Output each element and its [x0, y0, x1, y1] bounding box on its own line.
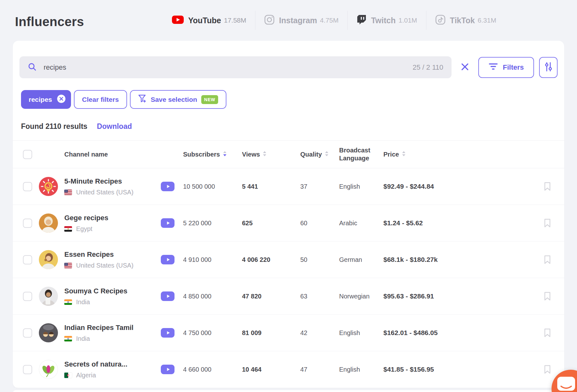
search-result-counter: 25 / 2 110	[413, 63, 443, 72]
quality-value: 42	[300, 329, 339, 337]
tab-youtube[interactable]: YouTube 17.58M	[172, 16, 246, 25]
filter-chip-label: recipes	[29, 96, 52, 103]
filter-lines-icon	[488, 63, 498, 72]
row-checkbox[interactable]	[23, 328, 32, 338]
youtube-play-button[interactable]	[161, 365, 175, 374]
india-flag-icon	[64, 336, 72, 341]
clear-filters-button[interactable]: Clear filters	[74, 90, 127, 109]
bookmark-icon[interactable]	[543, 255, 552, 264]
price-value: $1.24 - $5.62	[383, 219, 543, 227]
tab-instagram[interactable]: Instagram 4.75M	[264, 15, 338, 26]
save-selection-button[interactable]: Save selection NEW	[130, 90, 226, 109]
row-checkbox[interactable]	[23, 365, 32, 374]
column-settings-button[interactable]	[539, 57, 558, 78]
column-header-subscribers[interactable]: Subscribers	[183, 150, 242, 158]
channel-avatar	[39, 177, 58, 196]
tab-count: 1.01M	[398, 17, 417, 24]
tab-label: Instagram	[279, 16, 317, 25]
channel-name[interactable]: Soumya C Recipes	[64, 287, 161, 295]
tab-divider	[426, 11, 426, 30]
column-header-views[interactable]: Views	[242, 150, 300, 158]
bookmark-icon[interactable]	[543, 365, 552, 374]
channel-name[interactable]: Gege recipes	[64, 214, 161, 222]
column-header-quality[interactable]: Quality	[300, 150, 339, 158]
sort-icon[interactable]	[263, 150, 267, 158]
tab-tiktok[interactable]: TikTok 6.31M	[435, 15, 496, 26]
search-input[interactable]: recipes 25 / 2 110	[19, 56, 452, 78]
column-header-price[interactable]: Price	[383, 150, 543, 158]
youtube-play-button[interactable]	[161, 328, 175, 338]
next-card-edge	[13, 390, 564, 392]
youtube-play-button[interactable]	[161, 218, 175, 228]
tab-label: YouTube	[188, 16, 221, 25]
tab-twitch[interactable]: Twitch 1.01M	[357, 15, 417, 26]
price-value: $41.85 - $156.95	[383, 366, 543, 373]
subscribers-value: 5 220 000	[183, 220, 242, 227]
tab-divider	[255, 11, 255, 30]
views-value: 625	[242, 220, 300, 227]
row-checkbox[interactable]	[23, 219, 32, 228]
bookmark-icon[interactable]	[543, 291, 552, 301]
views-value: 4 006 220	[242, 256, 300, 263]
tab-count: 6.31M	[478, 17, 496, 24]
remove-chip-icon[interactable]	[57, 94, 66, 105]
views-value: 10 464	[242, 366, 300, 373]
new-badge: NEW	[201, 95, 218, 104]
tab-label: Twitch	[371, 16, 395, 25]
views-value: 5 441	[242, 183, 300, 190]
subscribers-value: 4 750 000	[183, 329, 242, 337]
channel-country: Algeria	[76, 372, 96, 379]
bookmark-icon[interactable]	[543, 328, 552, 338]
sort-icon[interactable]	[325, 150, 329, 158]
quality-value: 50	[300, 256, 339, 263]
filter-chip-recipes[interactable]: recipes	[21, 90, 71, 109]
language-value: German	[339, 256, 383, 263]
channel-name[interactable]: 5-Minute Recipes	[64, 177, 161, 186]
subscribers-value: 10 500 000	[183, 183, 242, 190]
price-value: $162.01 - $486.05	[383, 329, 543, 337]
filters-button[interactable]: Filters	[478, 57, 534, 78]
algeria-flag-icon	[64, 373, 72, 378]
bookmark-icon[interactable]	[543, 218, 552, 228]
clear-filters-label: Clear filters	[82, 96, 119, 103]
channel-country: India	[76, 298, 90, 306]
subscribers-value: 4 910 000	[183, 256, 242, 263]
youtube-icon	[172, 16, 184, 25]
channel-name[interactable]: Essen Recipes	[64, 250, 161, 259]
clear-search-button[interactable]	[459, 62, 471, 73]
save-selection-label: Save selection	[151, 96, 197, 103]
bookmark-icon[interactable]	[543, 182, 552, 191]
row-checkbox[interactable]	[23, 255, 32, 264]
table-header: Channel name Subscribers Views Quality	[13, 140, 564, 168]
select-all-checkbox[interactable]	[23, 150, 32, 159]
influencers-table: Channel name Subscribers Views Quality	[13, 140, 564, 388]
tab-divider	[347, 11, 348, 30]
youtube-play-button[interactable]	[161, 182, 175, 191]
download-link[interactable]: Download	[97, 122, 132, 131]
table-row: 5-Minute Recipes United States (USA) 10 …	[13, 168, 564, 205]
channel-name[interactable]: Secrets of natura...	[64, 360, 161, 368]
column-header-channel[interactable]: Channel name	[64, 150, 161, 158]
language-value: Norwegian	[339, 293, 383, 300]
tab-label: TikTok	[450, 16, 475, 25]
table-row: Secrets of natura... Algeria 4 660 000 1…	[13, 351, 564, 388]
column-header-language[interactable]: Broadcast Language	[339, 146, 383, 162]
tab-count: 4.75M	[320, 17, 338, 24]
usa-flag-icon	[64, 263, 72, 268]
table-row: Soumya C Recipes India 4 850 000 47 820 …	[13, 278, 564, 315]
search-query: recipes	[44, 63, 406, 72]
instagram-icon	[264, 15, 274, 26]
quality-value: 47	[300, 366, 339, 373]
channel-name[interactable]: Indian Recipes Tamil	[64, 324, 161, 332]
channel-avatar	[39, 250, 58, 269]
sliders-icon	[544, 62, 553, 73]
youtube-play-button[interactable]	[161, 255, 175, 264]
channel-country: Egypt	[76, 225, 92, 233]
sort-icon[interactable]	[402, 150, 406, 158]
active-filters-row: recipes Clear filters Save selection NEW	[21, 90, 226, 109]
price-value: $68.1k - $180.27k	[383, 256, 543, 263]
youtube-play-button[interactable]	[161, 291, 175, 301]
sort-icon-active-desc[interactable]	[223, 150, 227, 158]
row-checkbox[interactable]	[23, 292, 32, 301]
row-checkbox[interactable]	[23, 182, 32, 191]
